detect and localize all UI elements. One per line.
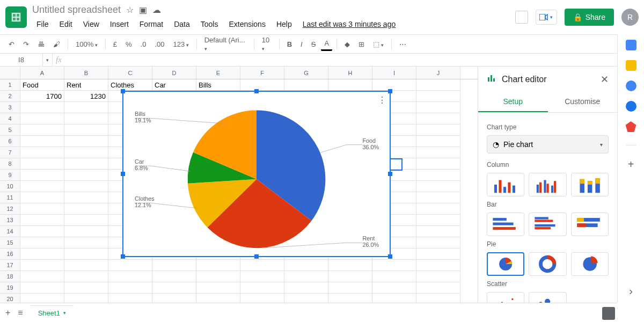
cell[interactable] [64,102,108,113]
calendar-addon-icon[interactable] [626,40,636,50]
cell[interactable] [108,271,152,282]
print-icon[interactable]: 🖶 [34,38,48,50]
cell[interactable] [64,282,108,294]
chart-template-column-3[interactable] [571,173,609,196]
cell[interactable] [64,260,108,271]
cell[interactable] [20,192,64,203]
name-box-dropdown-icon[interactable]: ▾ [43,54,53,66]
chart-template-bar-2[interactable] [529,213,566,236]
row-header[interactable]: 7 [0,147,20,158]
cell[interactable] [108,260,152,271]
cell[interactable] [372,271,416,282]
row-header[interactable]: 4 [0,113,20,125]
col-header[interactable]: C [108,67,152,79]
sheets-logo[interactable] [5,6,27,28]
menu-insert[interactable]: Insert [106,18,133,31]
col-header[interactable]: G [284,67,328,79]
merge-button[interactable]: ⬚ [370,38,387,50]
cell[interactable] [64,192,108,203]
doc-title[interactable]: Untitled spreadsheet [32,4,121,16]
more-toolbar-button[interactable]: ⋯ [396,38,409,50]
col-header[interactable]: J [416,67,460,79]
cell[interactable] [328,294,372,303]
last-edit-link[interactable]: Last edit was 3 minutes ago [298,18,400,31]
formula-bar-input[interactable] [65,56,644,64]
cell[interactable] [20,271,64,282]
decrease-decimal-button[interactable]: .0 [137,38,150,50]
meet-button[interactable] [536,10,557,25]
resize-handle[interactable] [254,254,259,259]
cell[interactable] [372,294,416,303]
cell[interactable] [416,181,460,192]
chart-template-scatter-2[interactable] [529,292,566,303]
cell[interactable] [20,158,64,170]
cell[interactable] [20,226,64,237]
number-format-select[interactable]: 123 [170,38,192,50]
tab-customise[interactable]: Customise [548,92,618,112]
undo-icon[interactable]: ↶ [5,38,18,50]
cell[interactable]: 1700 [20,91,64,102]
cell[interactable] [284,282,328,294]
cell[interactable] [196,271,240,282]
cell[interactable] [416,271,460,282]
cell[interactable] [416,294,460,303]
cell[interactable] [372,79,416,91]
cell[interactable] [240,271,284,282]
col-header[interactable]: D [152,67,196,79]
cell[interactable] [64,226,108,237]
add-addon-icon[interactable]: + [628,158,634,171]
cell[interactable] [328,282,372,294]
resize-handle[interactable] [254,89,259,93]
cell[interactable] [20,102,64,113]
resize-handle[interactable] [121,254,125,259]
col-header[interactable]: B [64,67,108,79]
col-header[interactable]: A [20,67,64,79]
cell[interactable] [416,113,460,125]
cell[interactable] [196,260,240,271]
resize-handle[interactable] [121,89,125,93]
close-icon[interactable]: ✕ [601,74,609,85]
row-header[interactable]: 2 [0,91,20,102]
cell[interactable] [372,260,416,271]
sheet-tab[interactable]: Sheet1 [31,305,74,320]
cell[interactable] [20,237,64,248]
cell[interactable] [372,282,416,294]
keep-addon-icon[interactable] [626,60,636,71]
cell[interactable] [20,125,64,136]
text-color-button[interactable]: A [321,37,332,51]
percent-button[interactable]: % [122,38,135,50]
menu-extensions[interactable]: Extensions [224,18,269,31]
cell[interactable] [64,158,108,170]
cell[interactable] [20,248,64,260]
menu-format[interactable]: Format [135,18,167,31]
cell[interactable] [20,147,64,158]
cell[interactable] [20,294,64,303]
cell[interactable] [152,282,196,294]
tasks-addon-icon[interactable] [626,80,636,91]
cell[interactable] [108,294,152,303]
cell[interactable] [416,136,460,147]
hide-side-panel-icon[interactable]: › [629,285,633,297]
cell[interactable] [196,282,240,294]
row-header[interactable]: 8 [0,158,20,170]
menu-tools[interactable]: Tools [196,18,223,31]
menu-view[interactable]: View [79,18,104,31]
cell[interactable]: Car [152,79,196,91]
maps-addon-icon[interactable] [626,121,636,132]
col-header[interactable]: I [372,67,416,79]
cell[interactable] [416,226,460,237]
chart-template-pie-1[interactable] [487,252,524,276]
cell[interactable] [416,192,460,203]
font-select[interactable]: Default (Ari... [201,34,250,54]
row-header[interactable]: 19 [0,282,20,294]
cell[interactable] [108,282,152,294]
row-header[interactable]: 11 [0,192,20,203]
redo-icon[interactable]: ↷ [20,38,32,50]
cell[interactable] [284,271,328,282]
embedded-chart[interactable]: ⋮ Food [122,91,391,257]
chart-menu-icon[interactable]: ⋮ [378,95,386,105]
add-sheet-button[interactable]: + [5,308,10,318]
chart-template-column-2[interactable] [529,173,566,196]
cell[interactable] [240,260,284,271]
cloud-icon[interactable]: ☁ [152,5,161,15]
